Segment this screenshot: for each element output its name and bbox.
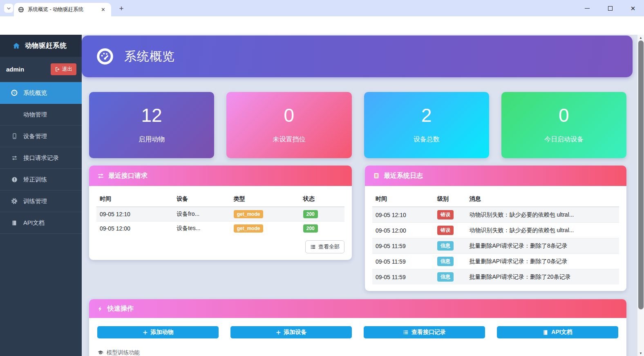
sidebar-item-label: API文档 [23, 219, 45, 227]
logout-button[interactable]: 退出 [51, 63, 76, 75]
tab-strip: 系统概览 - 动物驱赶系统 ✕ + ✕ [0, 0, 644, 16]
table-row[interactable]: 09-05 12:10错误动物识别失败：缺少必要的依赖包 ultral... [372, 207, 619, 223]
recent-requests-title: 最近接口请求 [108, 172, 148, 180]
window-maximize-button[interactable] [605, 3, 615, 13]
stat-value: 12 [89, 104, 214, 126]
recent-requests-panel: 最近接口请求 时间设备类型状态 09-05 12:10设备fro...get_m… [89, 166, 352, 260]
sidebar-item-6[interactable]: 训练管理 [0, 190, 82, 212]
scrollbar-up-icon[interactable]: ▲ [637, 35, 644, 40]
log-level-badge: 信息 [437, 272, 454, 282]
quick-action-button-2[interactable]: 添加设备 [230, 326, 352, 338]
logout-label: 退出 [62, 66, 72, 73]
recent-logs-panel: 最近系统日志 时间级别消息 09-05 12:10错误动物识别失败：缺少必要的依… [365, 166, 626, 291]
sidebar-item-label: 矫正训练 [23, 176, 47, 184]
log-document-icon [373, 172, 380, 179]
quick-action-label: 添加设备 [284, 329, 307, 336]
table-row[interactable]: 09-05 12:00错误动物识别失败：缺少必要的依赖包 ultral... [372, 223, 619, 238]
stats-row: 12启用动物0未设置挡位2设备总数0今日启动设备 [89, 92, 626, 158]
stat-label: 设备总数 [364, 135, 489, 144]
sidebar-item-4[interactable]: 接口请求记录 [0, 147, 82, 169]
sidebar-item-label: 接口请求记录 [23, 154, 59, 162]
gear-icon [11, 198, 18, 204]
request-status-badge: 200 [303, 210, 318, 218]
browser-tab[interactable]: 系统概览 - 动物驱赶系统 ✕ [14, 3, 111, 16]
app-brand[interactable]: 动物驱赶系统 [0, 35, 82, 57]
requests-table: 时间设备类型状态 09-05 12:10设备fro...get_mode2000… [96, 192, 344, 235]
quick-actions-header: 快速操作 [89, 299, 626, 318]
log-level-badge: 信息 [437, 241, 454, 251]
table-row[interactable]: 09-05 11:59信息批量删除API请求记录：删除了8条记录 [372, 238, 619, 254]
requests-col-header: 类型 [230, 192, 300, 207]
brand-label: 动物驱赶系统 [25, 41, 67, 50]
chevron-down-icon [7, 6, 11, 11]
sidebar-item-label: 设备管理 [23, 132, 47, 140]
new-tab-button[interactable]: + [116, 3, 127, 14]
sidebar-item-5[interactable]: 矫正训练 [0, 169, 82, 190]
minimize-icon [585, 8, 590, 9]
sidebar-item-label: 训练管理 [23, 197, 47, 205]
stat-label: 启用动物 [89, 135, 214, 144]
logout-icon [55, 67, 60, 72]
table-row[interactable]: 09-05 11:59信息批量删除API请求记录：删除了0条记录 [372, 254, 619, 269]
requests-col-header: 时间 [96, 192, 173, 207]
graduation-cap-icon [97, 350, 104, 356]
main-content: 系统概览 12启用动物0未设置挡位2设备总数0今日启动设备 最近接口请求 时间设… [82, 35, 633, 356]
view-all-label: 查看全部 [318, 243, 340, 251]
log-time: 09-05 11:59 [372, 269, 434, 285]
requests-col-header: 设备 [173, 192, 230, 207]
stat-value: 0 [501, 104, 626, 126]
sidebar-item-3[interactable]: 设备管理 [0, 125, 82, 147]
request-device: 设备fro... [173, 207, 230, 222]
globe-favicon-icon [18, 7, 24, 13]
book-icon [543, 329, 548, 336]
quick-action-button-4[interactable]: API文档 [497, 326, 618, 338]
request-time: 09-05 12:10 [96, 207, 173, 222]
stat-card-4: 0今日启动设备 [501, 92, 626, 158]
window-close-button[interactable]: ✕ [628, 3, 638, 13]
requests-col-header: 状态 [300, 192, 344, 207]
sidebar-item-7[interactable]: API文档 [0, 212, 82, 234]
tab-search-chevron-button[interactable] [4, 4, 13, 13]
log-level-badge: 信息 [437, 257, 454, 266]
quick-action-button-1[interactable]: 添加动物 [97, 326, 219, 338]
training-section-label-row: 模型训练功能 [97, 349, 618, 356]
sidebar-item-1[interactable]: 系统概览 [0, 82, 82, 104]
tachometer-icon [11, 90, 18, 96]
gauge-icon [96, 48, 114, 65]
page-header: 系统概览 [82, 36, 633, 77]
scrollbar-down-icon[interactable]: ▼ [637, 350, 644, 356]
logs-col-header: 时间 [372, 192, 434, 207]
view-all-button[interactable]: 查看全部 [305, 240, 344, 253]
table-row[interactable]: 09-05 11:59信息批量删除API请求记录：删除了20条记录 [372, 269, 619, 285]
dashboard-page: 动物驱赶系统 admin 退出 系统概览动物管理设备管理接口请求记录矫正训练训练… [0, 35, 644, 356]
stat-card-1: 12启用动物 [89, 92, 214, 158]
log-level-badge: 错误 [437, 226, 454, 235]
log-message: 动物识别失败：缺少必要的依赖包 ultral... [466, 207, 619, 223]
stat-value: 2 [364, 104, 489, 126]
table-row[interactable]: 09-05 12:00设备tes...get_mode200 [96, 222, 344, 236]
window-minimize-button[interactable] [582, 3, 593, 13]
sidebar-item-2[interactable]: 动物管理 [0, 104, 82, 125]
tab-close-icon[interactable]: ✕ [99, 7, 107, 13]
user-row: admin 退出 [0, 57, 82, 82]
tab-title: 系统概览 - 动物驱赶系统 [28, 6, 99, 13]
stat-value: 0 [226, 104, 351, 126]
request-type-badge: get_mode [234, 210, 264, 218]
plus-icon [143, 330, 148, 335]
exchange-icon [97, 172, 104, 179]
quick-action-button-3[interactable]: 查看接口记录 [364, 326, 485, 338]
sidebar-item-label: 动物管理 [23, 111, 47, 119]
browser-toolbar: ← → ⟳ 不安全 43.166.132.139:8080/dashboard/… [0, 16, 644, 35]
maximize-icon [608, 6, 613, 11]
log-time: 09-05 11:59 [372, 238, 434, 254]
log-message: 动物识别失败：缺少必要的依赖包 ultral... [466, 223, 619, 238]
recent-requests-header: 最近接口请求 [89, 166, 352, 186]
table-row[interactable]: 09-05 12:10设备fro...get_mode200 [96, 207, 344, 222]
home-icon [13, 42, 20, 49]
scrollbar-thumb[interactable] [638, 40, 644, 309]
page-title: 系统概览 [124, 48, 175, 65]
page-scrollbar[interactable]: ▲ ▼ [637, 35, 644, 356]
training-section-label: 模型训练功能 [107, 349, 140, 356]
log-time: 09-05 11:59 [372, 254, 434, 269]
list-icon [310, 244, 316, 250]
